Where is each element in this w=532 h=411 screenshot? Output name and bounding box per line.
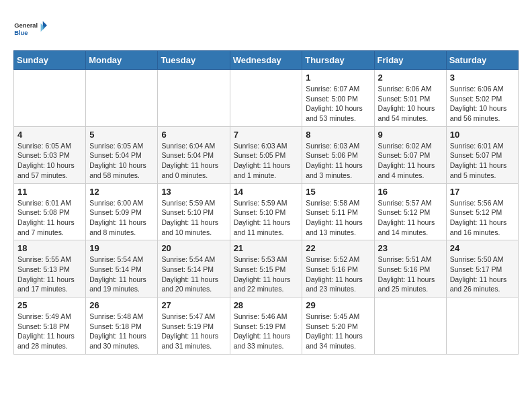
calendar-cell: 10Sunrise: 6:01 AM Sunset: 5:07 PM Dayli…: [446, 126, 518, 183]
calendar-cell: 3Sunrise: 6:06 AM Sunset: 5:02 PM Daylig…: [446, 70, 518, 127]
day-number: 7: [234, 130, 299, 140]
calendar-cell: 8Sunrise: 6:03 AM Sunset: 5:06 PM Daylig…: [302, 126, 374, 183]
calendar-cell: 20Sunrise: 5:54 AM Sunset: 5:14 PM Dayli…: [158, 240, 230, 298]
day-info: Sunrise: 5:54 AM Sunset: 5:14 PM Dayligh…: [161, 255, 226, 294]
calendar-cell: 17Sunrise: 5:56 AM Sunset: 5:12 PM Dayli…: [446, 183, 518, 240]
day-info: Sunrise: 6:02 AM Sunset: 5:07 PM Dayligh…: [378, 141, 443, 181]
calendar-cell: 19Sunrise: 5:54 AM Sunset: 5:14 PM Dayli…: [86, 240, 158, 298]
day-info: Sunrise: 5:58 AM Sunset: 5:11 PM Dayligh…: [306, 198, 370, 238]
day-info: Sunrise: 5:55 AM Sunset: 5:13 PM Dayligh…: [17, 255, 82, 294]
day-number: 20: [161, 243, 226, 253]
day-info: Sunrise: 5:48 AM Sunset: 5:18 PM Dayligh…: [89, 312, 154, 351]
day-info: Sunrise: 5:59 AM Sunset: 5:10 PM Dayligh…: [234, 198, 299, 238]
calendar-week-row: 18Sunrise: 5:55 AM Sunset: 5:13 PM Dayli…: [14, 240, 519, 298]
day-number: 4: [17, 130, 82, 140]
day-number: 27: [161, 300, 226, 310]
calendar-cell: 14Sunrise: 5:59 AM Sunset: 5:10 PM Dayli…: [230, 183, 302, 240]
calendar-cell: [14, 70, 86, 127]
day-number: 18: [17, 243, 82, 253]
day-number: 13: [161, 187, 226, 197]
day-number: 8: [306, 130, 370, 140]
calendar-cell: [158, 70, 230, 127]
calendar-cell: 11Sunrise: 6:01 AM Sunset: 5:08 PM Dayli…: [14, 183, 86, 240]
calendar-week-row: 11Sunrise: 6:01 AM Sunset: 5:08 PM Dayli…: [14, 183, 519, 240]
day-number: 29: [306, 300, 370, 310]
day-info: Sunrise: 5:54 AM Sunset: 5:14 PM Dayligh…: [89, 255, 154, 294]
calendar-cell: 29Sunrise: 5:45 AM Sunset: 5:20 PM Dayli…: [302, 298, 374, 355]
day-info: Sunrise: 5:47 AM Sunset: 5:19 PM Dayligh…: [161, 312, 226, 351]
day-number: 12: [89, 187, 154, 197]
day-info: Sunrise: 6:04 AM Sunset: 5:04 PM Dayligh…: [161, 141, 226, 181]
weekday-header: Thursday: [302, 51, 374, 70]
day-number: 19: [89, 243, 154, 253]
svg-text:General: General: [14, 22, 38, 29]
day-number: 2: [378, 73, 443, 83]
day-number: 17: [450, 187, 515, 197]
day-number: 23: [378, 243, 443, 253]
day-info: Sunrise: 5:53 AM Sunset: 5:15 PM Dayligh…: [234, 255, 299, 294]
calendar-cell: [446, 298, 518, 355]
calendar-cell: 27Sunrise: 5:47 AM Sunset: 5:19 PM Dayli…: [158, 298, 230, 355]
day-info: Sunrise: 5:51 AM Sunset: 5:16 PM Dayligh…: [378, 255, 443, 294]
weekday-header: Monday: [86, 51, 158, 70]
day-info: Sunrise: 6:05 AM Sunset: 5:03 PM Dayligh…: [17, 141, 82, 181]
calendar-cell: 7Sunrise: 6:03 AM Sunset: 5:05 PM Daylig…: [230, 126, 302, 183]
day-info: Sunrise: 6:03 AM Sunset: 5:05 PM Dayligh…: [234, 141, 299, 181]
day-number: 21: [234, 243, 299, 253]
day-info: Sunrise: 5:56 AM Sunset: 5:12 PM Dayligh…: [450, 198, 515, 238]
day-number: 9: [378, 130, 443, 140]
calendar-cell: 4Sunrise: 6:05 AM Sunset: 5:03 PM Daylig…: [14, 126, 86, 183]
calendar-cell: [230, 70, 302, 127]
logo: General Blue: [13, 13, 47, 44]
day-info: Sunrise: 5:50 AM Sunset: 5:17 PM Dayligh…: [450, 255, 515, 294]
calendar-cell: 24Sunrise: 5:50 AM Sunset: 5:17 PM Dayli…: [446, 240, 518, 298]
calendar-cell: 12Sunrise: 6:00 AM Sunset: 5:09 PM Dayli…: [86, 183, 158, 240]
day-number: 6: [161, 130, 226, 140]
calendar-cell: 5Sunrise: 6:05 AM Sunset: 5:04 PM Daylig…: [86, 126, 158, 183]
calendar-table: SundayMondayTuesdayWednesdayThursdayFrid…: [13, 50, 519, 355]
day-number: 15: [306, 187, 370, 197]
calendar-cell: 13Sunrise: 5:59 AM Sunset: 5:10 PM Dayli…: [158, 183, 230, 240]
calendar-cell: [86, 70, 158, 127]
day-info: Sunrise: 5:57 AM Sunset: 5:12 PM Dayligh…: [378, 198, 443, 238]
calendar-cell: 28Sunrise: 5:46 AM Sunset: 5:19 PM Dayli…: [230, 298, 302, 355]
weekday-header: Sunday: [14, 51, 86, 70]
svg-text:Blue: Blue: [14, 30, 28, 36]
day-number: 25: [17, 300, 82, 310]
day-info: Sunrise: 6:07 AM Sunset: 5:00 PM Dayligh…: [306, 84, 370, 124]
page-header: General Blue: [13, 13, 519, 44]
day-number: 22: [306, 243, 370, 253]
day-number: 16: [378, 187, 443, 197]
day-info: Sunrise: 6:03 AM Sunset: 5:06 PM Dayligh…: [306, 141, 370, 181]
day-info: Sunrise: 5:46 AM Sunset: 5:19 PM Dayligh…: [234, 312, 299, 351]
day-number: 5: [89, 130, 154, 140]
day-number: 11: [17, 187, 82, 197]
weekday-header-row: SundayMondayTuesdayWednesdayThursdayFrid…: [14, 51, 519, 70]
logo-icon: General Blue: [13, 13, 47, 44]
calendar-cell: 25Sunrise: 5:49 AM Sunset: 5:18 PM Dayli…: [14, 298, 86, 355]
day-info: Sunrise: 6:01 AM Sunset: 5:08 PM Dayligh…: [17, 198, 82, 238]
calendar-cell: 26Sunrise: 5:48 AM Sunset: 5:18 PM Dayli…: [86, 298, 158, 355]
weekday-header: Wednesday: [230, 51, 302, 70]
day-info: Sunrise: 5:52 AM Sunset: 5:16 PM Dayligh…: [306, 255, 370, 294]
day-info: Sunrise: 6:00 AM Sunset: 5:09 PM Dayligh…: [89, 198, 154, 238]
day-info: Sunrise: 5:45 AM Sunset: 5:20 PM Dayligh…: [306, 312, 370, 351]
calendar-week-row: 4Sunrise: 6:05 AM Sunset: 5:03 PM Daylig…: [14, 126, 519, 183]
calendar-cell: 21Sunrise: 5:53 AM Sunset: 5:15 PM Dayli…: [230, 240, 302, 298]
calendar-cell: 1Sunrise: 6:07 AM Sunset: 5:00 PM Daylig…: [302, 70, 374, 127]
calendar-cell: 9Sunrise: 6:02 AM Sunset: 5:07 PM Daylig…: [374, 126, 446, 183]
day-info: Sunrise: 6:01 AM Sunset: 5:07 PM Dayligh…: [450, 141, 515, 181]
calendar-cell: 18Sunrise: 5:55 AM Sunset: 5:13 PM Dayli…: [14, 240, 86, 298]
day-info: Sunrise: 6:05 AM Sunset: 5:04 PM Dayligh…: [89, 141, 154, 181]
day-number: 10: [450, 130, 515, 140]
weekday-header: Saturday: [446, 51, 518, 70]
calendar-week-row: 25Sunrise: 5:49 AM Sunset: 5:18 PM Dayli…: [14, 298, 519, 355]
calendar-cell: 2Sunrise: 6:06 AM Sunset: 5:01 PM Daylig…: [374, 70, 446, 127]
weekday-header: Tuesday: [158, 51, 230, 70]
day-number: 24: [450, 243, 515, 253]
calendar-cell: 22Sunrise: 5:52 AM Sunset: 5:16 PM Dayli…: [302, 240, 374, 298]
calendar-week-row: 1Sunrise: 6:07 AM Sunset: 5:00 PM Daylig…: [14, 70, 519, 127]
day-info: Sunrise: 6:06 AM Sunset: 5:02 PM Dayligh…: [450, 84, 515, 124]
calendar-cell: 15Sunrise: 5:58 AM Sunset: 5:11 PM Dayli…: [302, 183, 374, 240]
day-info: Sunrise: 5:49 AM Sunset: 5:18 PM Dayligh…: [17, 312, 82, 351]
